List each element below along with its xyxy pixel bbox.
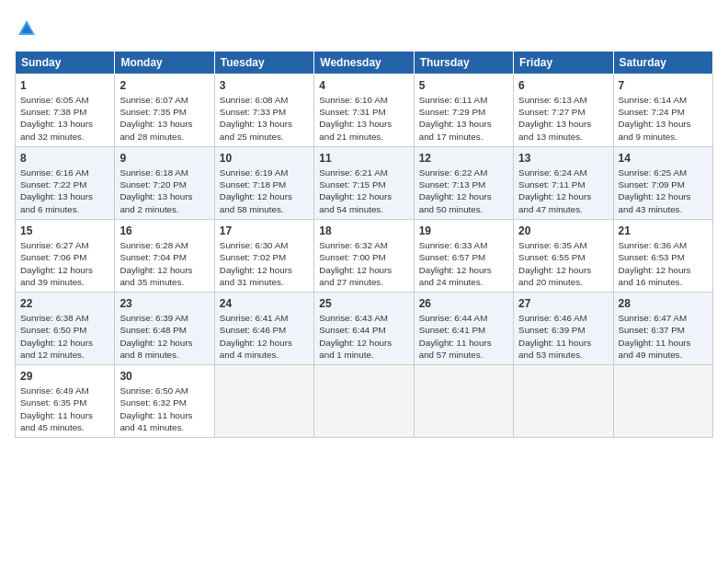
- calendar-cell: 3Sunrise: 6:08 AM Sunset: 7:33 PM Daylig…: [214, 74, 313, 146]
- day-number: 21: [619, 224, 708, 238]
- calendar-cell: 30Sunrise: 6:50 AM Sunset: 6:32 PM Dayli…: [115, 365, 214, 438]
- calendar-week-3: 15Sunrise: 6:27 AM Sunset: 7:06 PM Dayli…: [16, 219, 713, 292]
- dow-header-thursday: Thursday: [414, 51, 513, 74]
- day-info: Sunrise: 6:35 AM Sunset: 6:55 PM Dayligh…: [518, 239, 608, 288]
- day-info: Sunrise: 6:28 AM Sunset: 7:04 PM Dayligh…: [119, 239, 209, 288]
- calendar-cell: 19Sunrise: 6:33 AM Sunset: 6:57 PM Dayli…: [414, 219, 513, 292]
- day-info: Sunrise: 6:14 AM Sunset: 7:24 PM Dayligh…: [619, 94, 708, 143]
- calendar-cell: 24Sunrise: 6:41 AM Sunset: 6:46 PM Dayli…: [214, 292, 313, 364]
- calendar-week-4: 22Sunrise: 6:38 AM Sunset: 6:50 PM Dayli…: [16, 292, 713, 364]
- calendar-cell: [214, 365, 313, 438]
- day-number: 16: [119, 224, 209, 238]
- calendar-cell: 22Sunrise: 6:38 AM Sunset: 6:50 PM Dayli…: [16, 292, 115, 364]
- day-info: Sunrise: 6:18 AM Sunset: 7:20 PM Dayligh…: [119, 167, 209, 215]
- calendar-cell: 20Sunrise: 6:35 AM Sunset: 6:55 PM Dayli…: [514, 219, 613, 292]
- dow-header-wednesday: Wednesday: [314, 51, 414, 74]
- day-number: 5: [419, 78, 508, 93]
- day-info: Sunrise: 6:46 AM Sunset: 6:39 PM Dayligh…: [518, 312, 608, 361]
- day-number: 20: [518, 224, 608, 238]
- day-number: 8: [20, 151, 109, 166]
- day-number: 13: [518, 151, 608, 166]
- day-info: Sunrise: 6:22 AM Sunset: 7:13 PM Dayligh…: [419, 167, 508, 215]
- dow-header-monday: Monday: [115, 51, 214, 74]
- day-info: Sunrise: 6:08 AM Sunset: 7:33 PM Dayligh…: [220, 94, 309, 143]
- day-info: Sunrise: 6:43 AM Sunset: 6:44 PM Dayligh…: [319, 312, 408, 361]
- logo: [15, 18, 37, 43]
- day-info: Sunrise: 6:24 AM Sunset: 7:11 PM Dayligh…: [518, 167, 608, 215]
- calendar-cell: 21Sunrise: 6:36 AM Sunset: 6:53 PM Dayli…: [613, 219, 712, 292]
- day-number: 29: [20, 369, 109, 384]
- day-number: 4: [319, 78, 408, 93]
- day-info: Sunrise: 6:05 AM Sunset: 7:38 PM Dayligh…: [20, 94, 109, 143]
- calendar-cell: [414, 365, 513, 438]
- day-info: Sunrise: 6:19 AM Sunset: 7:18 PM Dayligh…: [220, 167, 309, 215]
- day-number: 6: [518, 78, 608, 93]
- calendar-week-5: 29Sunrise: 6:49 AM Sunset: 6:35 PM Dayli…: [16, 365, 713, 438]
- calendar-cell: 28Sunrise: 6:47 AM Sunset: 6:37 PM Dayli…: [613, 292, 712, 364]
- day-number: 17: [220, 224, 309, 238]
- day-info: Sunrise: 6:39 AM Sunset: 6:48 PM Dayligh…: [119, 312, 209, 361]
- calendar-cell: 16Sunrise: 6:28 AM Sunset: 7:04 PM Dayli…: [115, 219, 214, 292]
- day-number: 18: [319, 224, 408, 238]
- day-number: 3: [220, 78, 309, 93]
- day-info: Sunrise: 6:36 AM Sunset: 6:53 PM Dayligh…: [619, 239, 708, 288]
- day-info: Sunrise: 6:16 AM Sunset: 7:22 PM Dayligh…: [20, 167, 109, 215]
- day-info: Sunrise: 6:25 AM Sunset: 7:09 PM Dayligh…: [619, 167, 708, 215]
- day-number: 2: [119, 78, 209, 93]
- day-info: Sunrise: 6:44 AM Sunset: 6:41 PM Dayligh…: [419, 312, 508, 361]
- dow-header-friday: Friday: [514, 51, 613, 74]
- day-number: 9: [119, 151, 209, 166]
- day-info: Sunrise: 6:07 AM Sunset: 7:35 PM Dayligh…: [119, 94, 209, 143]
- calendar-cell: 9Sunrise: 6:18 AM Sunset: 7:20 PM Daylig…: [115, 146, 214, 219]
- day-number: 28: [619, 296, 708, 311]
- day-number: 23: [119, 296, 209, 311]
- day-number: 11: [319, 151, 408, 166]
- calendar-table: SundayMondayTuesdayWednesdayThursdayFrid…: [15, 51, 713, 438]
- calendar-cell: 13Sunrise: 6:24 AM Sunset: 7:11 PM Dayli…: [514, 146, 613, 219]
- calendar-cell: 25Sunrise: 6:43 AM Sunset: 6:44 PM Dayli…: [314, 292, 414, 364]
- day-number: 15: [20, 224, 109, 238]
- calendar-cell: 1Sunrise: 6:05 AM Sunset: 7:38 PM Daylig…: [16, 74, 115, 146]
- day-info: Sunrise: 6:11 AM Sunset: 7:29 PM Dayligh…: [419, 94, 508, 143]
- calendar-cell: 26Sunrise: 6:44 AM Sunset: 6:41 PM Dayli…: [414, 292, 513, 364]
- calendar-week-2: 8Sunrise: 6:16 AM Sunset: 7:22 PM Daylig…: [16, 146, 713, 219]
- calendar-cell: 12Sunrise: 6:22 AM Sunset: 7:13 PM Dayli…: [414, 146, 513, 219]
- calendar-cell: 10Sunrise: 6:19 AM Sunset: 7:18 PM Dayli…: [214, 146, 313, 219]
- logo-icon: [17, 18, 37, 39]
- day-info: Sunrise: 6:21 AM Sunset: 7:15 PM Dayligh…: [319, 167, 408, 215]
- calendar-body: 1Sunrise: 6:05 AM Sunset: 7:38 PM Daylig…: [16, 74, 713, 437]
- day-number: 30: [119, 369, 209, 384]
- day-number: 25: [319, 296, 408, 311]
- calendar-cell: 27Sunrise: 6:46 AM Sunset: 6:39 PM Dayli…: [514, 292, 613, 364]
- day-number: 12: [419, 151, 508, 166]
- calendar-cell: 5Sunrise: 6:11 AM Sunset: 7:29 PM Daylig…: [414, 74, 513, 146]
- calendar-cell: 7Sunrise: 6:14 AM Sunset: 7:24 PM Daylig…: [613, 74, 712, 146]
- day-number: 14: [619, 151, 708, 166]
- day-info: Sunrise: 6:32 AM Sunset: 7:00 PM Dayligh…: [319, 239, 408, 288]
- day-info: Sunrise: 6:41 AM Sunset: 6:46 PM Dayligh…: [220, 312, 309, 361]
- calendar-cell: [314, 365, 414, 438]
- dow-header-sunday: Sunday: [16, 51, 115, 74]
- calendar-cell: 17Sunrise: 6:30 AM Sunset: 7:02 PM Dayli…: [214, 219, 313, 292]
- day-info: Sunrise: 6:50 AM Sunset: 6:32 PM Dayligh…: [119, 385, 209, 433]
- day-number: 24: [220, 296, 309, 311]
- day-number: 10: [220, 151, 309, 166]
- day-info: Sunrise: 6:49 AM Sunset: 6:35 PM Dayligh…: [20, 385, 109, 433]
- day-info: Sunrise: 6:13 AM Sunset: 7:27 PM Dayligh…: [518, 94, 608, 143]
- day-number: 19: [419, 224, 508, 238]
- calendar-cell: 14Sunrise: 6:25 AM Sunset: 7:09 PM Dayli…: [613, 146, 712, 219]
- calendar-cell: 18Sunrise: 6:32 AM Sunset: 7:00 PM Dayli…: [314, 219, 414, 292]
- calendar-cell: 2Sunrise: 6:07 AM Sunset: 7:35 PM Daylig…: [115, 74, 214, 146]
- day-info: Sunrise: 6:47 AM Sunset: 6:37 PM Dayligh…: [619, 312, 708, 361]
- dow-header-saturday: Saturday: [613, 51, 712, 74]
- calendar-cell: 15Sunrise: 6:27 AM Sunset: 7:06 PM Dayli…: [16, 219, 115, 292]
- day-number: 22: [20, 296, 109, 311]
- calendar-cell: 4Sunrise: 6:10 AM Sunset: 7:31 PM Daylig…: [314, 74, 414, 146]
- calendar-cell: [613, 365, 712, 438]
- day-info: Sunrise: 6:33 AM Sunset: 6:57 PM Dayligh…: [419, 239, 508, 288]
- day-number: 7: [619, 78, 708, 93]
- calendar-week-1: 1Sunrise: 6:05 AM Sunset: 7:38 PM Daylig…: [16, 74, 713, 146]
- calendar-cell: 11Sunrise: 6:21 AM Sunset: 7:15 PM Dayli…: [314, 146, 414, 219]
- calendar-cell: 8Sunrise: 6:16 AM Sunset: 7:22 PM Daylig…: [16, 146, 115, 219]
- day-number: 26: [419, 296, 508, 311]
